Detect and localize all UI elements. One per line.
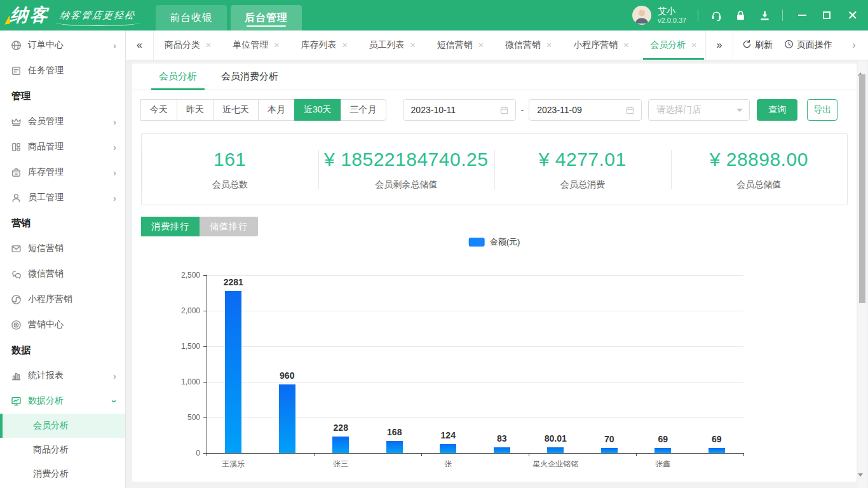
bar[interactable]: [386, 441, 403, 453]
tabs-scroll-right-icon[interactable]: »: [705, 30, 733, 60]
stat-label: 会员总数: [142, 179, 318, 191]
support-headset-icon[interactable]: [710, 9, 722, 22]
tab-close-icon[interactable]: ×: [410, 40, 416, 50]
inventory-icon: [11, 167, 22, 178]
store-select[interactable]: 请选择门店: [648, 99, 750, 121]
tab-close-icon[interactable]: ×: [342, 40, 347, 50]
tabbar-more-arrow-icon[interactable]: ›: [840, 30, 868, 60]
ranking-toggle-button[interactable]: 消费排行: [141, 217, 200, 236]
tab-close-icon[interactable]: ×: [546, 40, 552, 50]
bar[interactable]: [225, 291, 241, 453]
page-tab-label: 短信营销: [437, 39, 473, 51]
bar[interactable]: [494, 447, 510, 453]
sidebar-item[interactable]: 任务管理: [0, 58, 125, 83]
sidebar-item[interactable]: 营销中心: [0, 312, 125, 337]
sidebar-item[interactable]: 订单中心 ›: [0, 32, 125, 58]
analysis-tabs: 会员分析会员消费分析: [132, 64, 857, 90]
crown-icon: [11, 116, 22, 127]
legend-color-swatch: [469, 238, 485, 247]
sidebar-item-label: 消费分析: [33, 468, 69, 480]
tab-close-icon[interactable]: ×: [274, 40, 279, 50]
bar[interactable]: [279, 384, 295, 453]
user-avatar[interactable]: [632, 6, 651, 25]
page-tab[interactable]: 微信营销 ×: [494, 30, 562, 60]
page-tab[interactable]: 员工列表 ×: [358, 30, 426, 60]
tab-close-icon[interactable]: ×: [206, 40, 211, 50]
sidebar-item[interactable]: 微信营销: [0, 261, 125, 287]
page-tab[interactable]: 小程序营销 ×: [562, 30, 639, 60]
sidebar-item[interactable]: 商品分析: [0, 438, 125, 462]
calendar-icon: [499, 105, 509, 115]
sidebar-section-label: 数据: [0, 337, 125, 363]
stat-value: ¥ 4277.01: [494, 149, 671, 170]
sidebar-item[interactable]: 会员分析: [0, 414, 125, 438]
quick-range-label: 近30天: [304, 104, 332, 116]
tabbar-action-button[interactable]: 刷新: [742, 39, 773, 51]
quick-range-button[interactable]: 近七天: [213, 99, 259, 121]
quick-range-button[interactable]: 本月: [258, 99, 295, 121]
analysis-tab[interactable]: 会员消费分析: [214, 64, 286, 90]
header-nav-button[interactable]: 后台管理: [231, 5, 302, 30]
quick-range-button[interactable]: 三个月: [341, 99, 386, 121]
user-info[interactable]: 艾小 v2.0.0.37: [658, 6, 686, 25]
sidebar-item[interactable]: 统计报表 ›: [0, 363, 125, 388]
vertical-scrollbar[interactable]: [858, 60, 867, 488]
sidebar-item-label: 微信营销: [28, 268, 64, 280]
bar[interactable]: [709, 448, 725, 453]
analysis-icon: [11, 396, 22, 407]
page-tab[interactable]: 商品分类 ×: [154, 30, 222, 60]
chart-legend[interactable]: 金额(元): [469, 236, 520, 248]
bar[interactable]: [547, 447, 564, 453]
tab-close-icon[interactable]: ×: [623, 40, 628, 50]
window-close-icon[interactable]: ✕: [847, 9, 858, 22]
bar[interactable]: [332, 437, 349, 453]
sms-icon: [11, 243, 22, 254]
download-icon[interactable]: [758, 9, 771, 22]
ranking-toggle-button[interactable]: 储值排行: [200, 217, 258, 236]
scrollbar-up-icon[interactable]: [858, 62, 867, 72]
sidebar-item[interactable]: 库存管理 ›: [0, 159, 125, 185]
y-axis-tick: [203, 346, 207, 347]
bar[interactable]: [601, 448, 618, 453]
bar-value-label: 70: [581, 434, 638, 444]
lock-icon[interactable]: [734, 9, 747, 22]
bar[interactable]: [654, 448, 671, 453]
tabbar-action-button[interactable]: 页面操作: [784, 39, 832, 51]
window-maximize-icon[interactable]: [823, 11, 831, 19]
page-tab[interactable]: 库存列表 ×: [290, 30, 358, 60]
page-tab[interactable]: 短信营销 ×: [426, 30, 494, 60]
scrollbar-down-icon[interactable]: [858, 477, 867, 487]
tab-close-icon[interactable]: ×: [478, 40, 484, 50]
y-axis: [207, 275, 207, 453]
sidebar-item[interactable]: 商品管理 ›: [0, 134, 125, 159]
sidebar-item[interactable]: 小程序营销: [0, 287, 125, 312]
tabbar-actions: 刷新 页面操作: [733, 30, 840, 60]
header-nav-button[interactable]: 前台收银: [156, 5, 227, 30]
logo-slogan: 纳客管店更轻松: [58, 10, 136, 22]
scrollbar-thumb[interactable]: [859, 74, 865, 303]
quick-range-button[interactable]: 今天: [140, 99, 177, 121]
sidebar-item[interactable]: 数据分析 ›: [0, 388, 125, 414]
quick-range-button[interactable]: 近30天: [294, 99, 341, 121]
search-button[interactable]: 查询: [757, 99, 797, 121]
sidebar-item-label: 会员分析: [33, 420, 69, 431]
sidebar-item[interactable]: 员工管理 ›: [0, 185, 125, 210]
page-tab[interactable]: 单位管理 ×: [222, 30, 290, 60]
tabs-scroll-left-icon[interactable]: «: [126, 30, 154, 60]
start-date-input[interactable]: 2023-10-11: [403, 99, 516, 121]
sidebar-item[interactable]: 消费分析: [0, 462, 125, 486]
y-tick-label: 0: [156, 449, 200, 458]
end-date-input[interactable]: 2023-11-09: [529, 99, 642, 121]
sidebar: 订单中心 › 任务管理 管理 会员管理 › 商品管理: [0, 30, 126, 488]
wechat-icon: [11, 269, 22, 280]
analysis-tab[interactable]: 会员分析: [151, 64, 205, 90]
window-minimize-icon[interactable]: [798, 15, 806, 16]
sidebar-item[interactable]: 短信营销: [0, 236, 125, 261]
export-button[interactable]: 导出: [807, 99, 837, 121]
chevron-right-icon: ›: [113, 40, 116, 51]
page-tab[interactable]: 会员分析 ×: [639, 30, 705, 60]
sidebar-item[interactable]: 会员管理 ›: [0, 109, 125, 134]
tab-close-icon[interactable]: ×: [691, 40, 696, 50]
quick-range-button[interactable]: 昨天: [177, 99, 214, 121]
bar[interactable]: [440, 444, 456, 453]
